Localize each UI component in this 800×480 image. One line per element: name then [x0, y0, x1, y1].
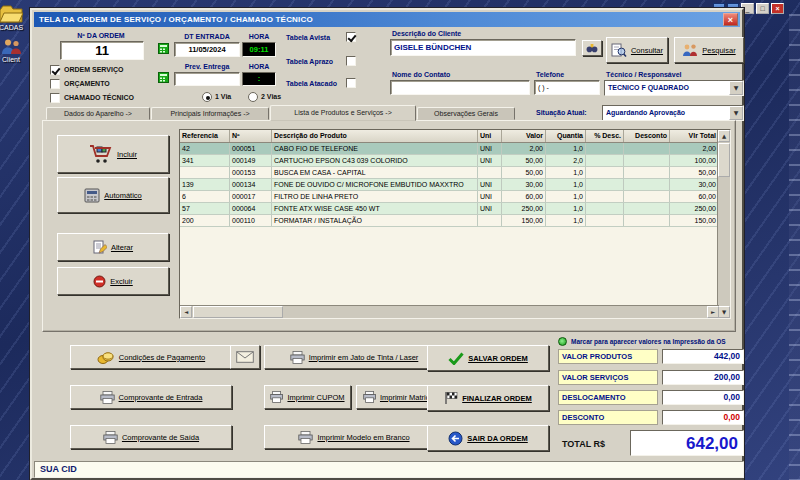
- prev-entrega-field[interactable]: [174, 72, 240, 86]
- table-cell: 000153: [230, 167, 272, 178]
- email-button[interactable]: [230, 345, 260, 369]
- imprimir-cupom-button[interactable]: Imprimir CUPOM: [264, 385, 351, 409]
- flag-icon: [444, 391, 458, 405]
- table-row[interactable]: 57000064FONTE ATX WISE CASE 450 WTUNI250…: [180, 203, 719, 215]
- incluir-button[interactable]: Incluir: [57, 135, 169, 173]
- table-row[interactable]: 000153BUSCA EM CASA - CAPITAL50,001,050,…: [180, 167, 719, 179]
- tab-lista-produtos[interactable]: Lista de Produtos e Serviços ->: [270, 105, 416, 121]
- pesquisar-button[interactable]: Pesquisar: [674, 37, 744, 63]
- radio-1-via[interactable]: [202, 92, 212, 102]
- checkbox-tabela-aprazo[interactable]: [346, 56, 356, 66]
- deslocamento-value: 0,00: [662, 390, 744, 405]
- automatico-button[interactable]: Automático: [57, 177, 169, 213]
- column-header[interactable]: Nº: [230, 130, 272, 142]
- column-header[interactable]: Valor: [502, 130, 546, 142]
- vertical-scrollbar[interactable]: ▲ ▼: [717, 130, 730, 318]
- column-header[interactable]: Desconto: [624, 130, 670, 142]
- checkbox-chamado-tecnico[interactable]: [50, 93, 60, 103]
- desktop-pattern: [789, 14, 800, 480]
- salvar-ordem-button[interactable]: SALVAR ORDEM: [427, 345, 549, 371]
- desktop-icon-clientes[interactable]: Client: [0, 38, 28, 63]
- print-values-radio[interactable]: [558, 337, 567, 346]
- table-cell: FONTE ATX WISE CASE 450 WT: [272, 203, 478, 214]
- folder-icon: [0, 4, 23, 23]
- valor-servicos-value: 200,00: [662, 370, 744, 385]
- printer-icon: [363, 391, 376, 403]
- column-header[interactable]: Descrição do Produto: [272, 130, 478, 142]
- scroll-right-icon[interactable]: ►: [707, 306, 719, 318]
- table-cell: UNI: [478, 203, 502, 214]
- table-row[interactable]: 6000017FILTRO DE LINHA PRETOUNI60,001,06…: [180, 191, 719, 203]
- table-cell: UNI: [478, 191, 502, 202]
- table-cell: 000134: [230, 179, 272, 190]
- scroll-up-icon[interactable]: ▲: [718, 130, 730, 142]
- column-header[interactable]: Uni: [478, 130, 502, 142]
- scrollbar-thumb[interactable]: [718, 143, 730, 177]
- telefone-label: Telefone: [536, 71, 564, 78]
- tab-dados-aparelho[interactable]: Dados do Aparelho ->: [46, 107, 150, 120]
- table-row[interactable]: 341000149CARTUCHO EPSON C43 039 COLORIDO…: [180, 155, 719, 167]
- close-icon[interactable]: ×: [723, 13, 738, 26]
- table-cell: UNI: [478, 143, 502, 154]
- order-number-field[interactable]: 11: [60, 41, 144, 60]
- checkbox-tabela-avista[interactable]: [346, 32, 356, 42]
- desktop-icon-label: Client: [0, 56, 28, 63]
- horizontal-scrollbar[interactable]: ◄ ►: [180, 305, 719, 318]
- desconto-value: 0,00: [662, 410, 744, 425]
- desktop-icon-cadastro[interactable]: CADAS: [0, 4, 28, 31]
- hora-entrada-field[interactable]: 09:11: [242, 42, 276, 57]
- checkbox-orcamento[interactable]: [50, 79, 60, 89]
- column-header[interactable]: Vlr Total: [670, 130, 719, 142]
- tecnico-combobox[interactable]: TECNICO F QUADRADO ▼: [604, 80, 744, 96]
- imprimir-modelo-button[interactable]: Imprimir Modelo em Branco: [264, 425, 444, 449]
- column-header[interactable]: Referencia: [180, 130, 230, 142]
- table-row[interactable]: 139000134FONE DE OUVIDO C/ MICROFONE EMB…: [180, 179, 719, 191]
- imprimir-jato-button[interactable]: Imprimir em Jato de Tinta / Laser: [264, 345, 444, 369]
- telefone-input[interactable]: ( ) -: [534, 80, 600, 95]
- comprovante-saida-button[interactable]: Comprovante de Saída: [70, 425, 232, 449]
- cliente-input[interactable]: GISELE BÜNDCHEN: [390, 39, 576, 56]
- scroll-left-icon[interactable]: ◄: [180, 306, 192, 318]
- desconto-label: DESCONTO: [558, 410, 658, 425]
- produtos-panel: Incluir Automático Alterar: [42, 120, 736, 332]
- column-header[interactable]: % Desc.: [586, 130, 624, 142]
- alterar-button[interactable]: Alterar: [57, 233, 169, 261]
- chevron-down-icon[interactable]: ▼: [729, 106, 743, 120]
- comprovante-entrada-button[interactable]: Comprovante de Entrada: [70, 385, 232, 409]
- excluir-button[interactable]: Excluir: [57, 267, 169, 295]
- maximize-button[interactable]: □: [756, 3, 769, 14]
- tab-observacoes-gerais[interactable]: Observações Gerais: [417, 107, 515, 120]
- table-cell: [586, 215, 624, 226]
- chevron-down-icon[interactable]: ▼: [729, 81, 743, 95]
- scrollbar-thumb[interactable]: [193, 306, 283, 318]
- radio-label: 1 Via: [215, 93, 231, 100]
- table-row[interactable]: 42000051CABO FIO DE TELEFONEUNI2,001,02,…: [180, 143, 719, 155]
- printer-icon: [103, 431, 118, 444]
- valor-produtos-label: VALOR PRODUTOS: [558, 349, 658, 364]
- checkbox-ordem-servico[interactable]: [50, 65, 60, 75]
- checkbox-tabela-atacado[interactable]: [346, 78, 356, 88]
- column-header[interactable]: Quantia: [546, 130, 586, 142]
- excluir-label: Excluir: [110, 277, 133, 286]
- dt-entrada-field[interactable]: 11/05/2024: [174, 42, 240, 57]
- table-cell: 1,0: [546, 215, 586, 226]
- scroll-down-icon[interactable]: ▼: [718, 306, 730, 318]
- radio-2-vias[interactable]: [248, 92, 258, 102]
- dt-entrada-label: DT ENTRADA: [174, 33, 240, 40]
- app-close-button[interactable]: ×: [771, 3, 784, 14]
- calendar-icon[interactable]: [158, 43, 169, 54]
- table-cell: 150,00: [670, 215, 719, 226]
- calendar-icon[interactable]: [158, 72, 169, 83]
- prev-hora-field[interactable]: :: [242, 72, 276, 86]
- finalizar-ordem-button[interactable]: FINALIZAR ORDEM: [427, 385, 549, 411]
- binoculars-button[interactable]: [582, 40, 602, 56]
- condicoes-pagamento-button[interactable]: Condições de Pagamento: [70, 345, 232, 369]
- situacao-combobox[interactable]: Aguardando Aprovação ▼: [602, 105, 744, 121]
- tab-principais-informacoes[interactable]: Principais Informações ->: [151, 107, 269, 120]
- consultar-button[interactable]: Consultar: [606, 37, 668, 63]
- contato-input[interactable]: [390, 80, 530, 95]
- finalizar-ordem-label: FINALIZAR ORDEM: [462, 394, 532, 403]
- window-titlebar[interactable]: TELA DA ORDEM DE SERVIÇO / ORÇAMENTO / C…: [34, 12, 740, 27]
- sair-ordem-button[interactable]: SAIR DA ORDEM: [427, 425, 549, 451]
- table-row[interactable]: 200000110FORMATAR / INSTALAÇÃO150,001,01…: [180, 215, 719, 227]
